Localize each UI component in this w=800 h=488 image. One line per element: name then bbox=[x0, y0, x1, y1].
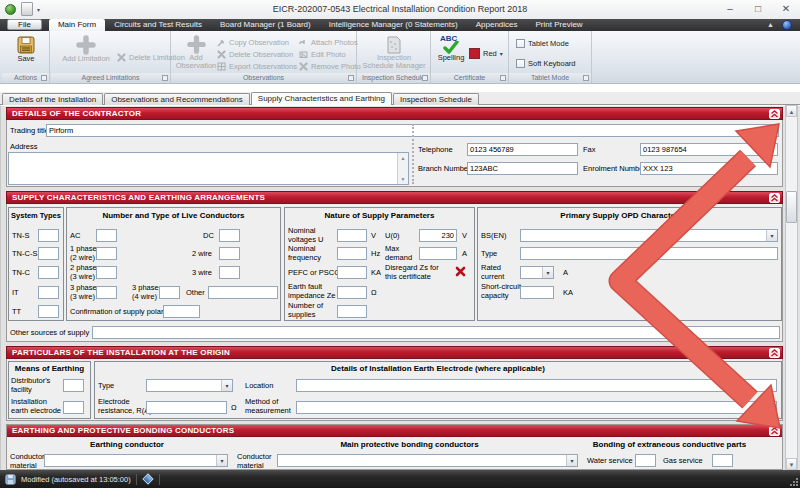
scroll-down-icon[interactable]: ▼ bbox=[401, 176, 406, 182]
opd-type-input[interactable] bbox=[520, 247, 778, 260]
it-input[interactable] bbox=[38, 286, 59, 299]
tab-circuits[interactable]: Circuits and Test Results bbox=[105, 19, 211, 31]
wire2-input[interactable] bbox=[219, 247, 240, 260]
collapse-section-icon[interactable] bbox=[769, 348, 780, 358]
tab-print-preview[interactable]: Print Preview bbox=[527, 19, 592, 31]
chevron-down-icon[interactable]: ▾ bbox=[766, 230, 777, 241]
bsen-combo[interactable]: ▾ bbox=[520, 229, 778, 242]
other-sources-input[interactable] bbox=[92, 326, 780, 339]
phase3-3wire-input[interactable] bbox=[96, 286, 117, 299]
dialog-launcher-icon[interactable] bbox=[422, 75, 428, 81]
tab-supply-characteristics[interactable]: Supply Characteristics and Earthing bbox=[251, 92, 392, 105]
red-color-button[interactable]: Red ▾ bbox=[469, 48, 503, 59]
live-conductors-heading: Number and Type of Live Conductors bbox=[66, 211, 281, 220]
resize-grip[interactable] bbox=[790, 478, 799, 487]
dialog-launcher-icon[interactable] bbox=[41, 75, 47, 81]
pefc-input[interactable] bbox=[337, 266, 367, 279]
location-input[interactable] bbox=[296, 379, 777, 392]
dc-input[interactable] bbox=[219, 229, 240, 242]
maximize-button[interactable]: □ bbox=[746, 2, 770, 16]
dialog-launcher-icon[interactable] bbox=[500, 75, 506, 81]
collapse-section-icon[interactable] bbox=[769, 426, 780, 436]
tnc-input[interactable] bbox=[38, 266, 59, 279]
branch-number-input[interactable] bbox=[467, 162, 578, 175]
save-button[interactable]: Save bbox=[4, 35, 48, 63]
fax-input[interactable] bbox=[640, 143, 778, 156]
gas-service-input[interactable] bbox=[712, 454, 733, 467]
supplies-count-input[interactable] bbox=[337, 305, 367, 318]
inspection-schedule-manager-button[interactable]: Inspection Schedule Manager bbox=[359, 36, 429, 70]
tab-main-form[interactable]: Main Form bbox=[49, 19, 105, 31]
tab-inspection-schedule[interactable]: Inspection Schedule bbox=[393, 93, 479, 105]
tablet-mode-checkbox[interactable]: Tablet Mode bbox=[516, 38, 569, 49]
scroll-up-icon[interactable]: ▲ bbox=[401, 155, 406, 161]
rated-current-combo[interactable]: ▾ bbox=[520, 266, 554, 279]
other-conductors-input[interactable] bbox=[208, 286, 278, 299]
nominal-voltages-input[interactable] bbox=[337, 229, 367, 242]
installation-electrode-input[interactable] bbox=[63, 401, 84, 414]
max-demand-input[interactable] bbox=[419, 247, 457, 260]
scrollbar-down-button[interactable]: ▼ bbox=[786, 458, 797, 470]
attach-photos-button[interactable]: Attach Photos bbox=[299, 37, 358, 48]
dialog-launcher-icon[interactable] bbox=[583, 75, 589, 81]
phase3-4wire-input[interactable] bbox=[159, 286, 180, 299]
electrode-resistance-input[interactable] bbox=[146, 401, 227, 414]
scrollbar-up-button[interactable]: ▲ bbox=[786, 105, 797, 117]
distributor-facility-input[interactable] bbox=[63, 379, 84, 392]
earthing-conductor-material-combo[interactable]: ▾ bbox=[44, 454, 228, 467]
export-observations-button[interactable]: Export Observations bbox=[217, 61, 297, 72]
chevron-down-icon[interactable]: ▾ bbox=[566, 455, 577, 466]
dialog-launcher-icon[interactable] bbox=[348, 75, 354, 81]
scrollbar-thumb[interactable] bbox=[786, 191, 797, 223]
dc-label: DC bbox=[203, 232, 214, 241]
soft-keyboard-checkbox[interactable]: Soft Keyboard bbox=[516, 58, 576, 69]
enrolment-number-input[interactable] bbox=[640, 162, 778, 175]
polarity-confirmation-input[interactable] bbox=[163, 305, 200, 318]
collapse-section-icon[interactable] bbox=[769, 193, 780, 203]
water-service-input[interactable] bbox=[635, 454, 656, 467]
tab-file[interactable]: File bbox=[7, 19, 42, 30]
trading-title-label: Trading title bbox=[10, 127, 49, 136]
tt-input[interactable] bbox=[38, 305, 59, 318]
ribbon-collapse-icon[interactable]: ▲ bbox=[767, 21, 774, 28]
tab-intelligence-manager[interactable]: Intelligence Manager (0 Statements) bbox=[320, 19, 467, 31]
tab-appendices[interactable]: Appendices bbox=[467, 19, 527, 31]
textarea-scrollbar[interactable]: ▲ ▼ bbox=[397, 153, 408, 184]
copy-observation-button[interactable]: Copy Observation bbox=[217, 37, 289, 48]
minimize-button[interactable]: – bbox=[718, 2, 742, 16]
disregard-zs-cross-icon[interactable] bbox=[455, 266, 466, 277]
add-observation-button[interactable]: Add Observation bbox=[175, 35, 217, 70]
phase1-input[interactable] bbox=[96, 247, 117, 260]
ze-input[interactable] bbox=[337, 286, 367, 299]
add-limitation-button[interactable]: Add Limitation bbox=[57, 35, 115, 63]
dialog-launcher-icon[interactable] bbox=[162, 75, 168, 81]
close-button[interactable]: ✕ bbox=[774, 2, 798, 16]
vertical-scrollbar[interactable]: ▲ ▼ bbox=[785, 105, 798, 470]
chevron-down-icon[interactable]: ▾ bbox=[542, 267, 553, 278]
electrode-type-combo[interactable]: ▾ bbox=[146, 379, 233, 392]
measurement-method-input[interactable] bbox=[296, 401, 777, 414]
tncs-input[interactable] bbox=[38, 247, 59, 260]
u0-input[interactable] bbox=[419, 229, 457, 242]
tab-observations-recommendations[interactable]: Observations and Recommendations bbox=[104, 93, 250, 105]
tab-board-manager[interactable]: Board Manager (1 Board) bbox=[211, 19, 320, 31]
remove-photo-button[interactable]: Remove Photo bbox=[299, 61, 361, 72]
spelling-button[interactable]: ABC Spelling bbox=[435, 35, 467, 62]
address-textarea[interactable]: ▲ ▼ bbox=[8, 152, 409, 185]
collapse-section-icon[interactable] bbox=[769, 109, 780, 119]
pane-splitter[interactable] bbox=[412, 124, 414, 184]
phase2-input[interactable] bbox=[96, 266, 117, 279]
delete-observation-button[interactable]: Delete Observation bbox=[217, 49, 293, 60]
telephone-input[interactable] bbox=[467, 143, 578, 156]
ac-input[interactable] bbox=[96, 229, 117, 242]
short-circuit-input[interactable] bbox=[520, 286, 554, 299]
edit-photo-button[interactable]: Edit Photo bbox=[299, 49, 346, 60]
tns-input[interactable] bbox=[38, 229, 59, 242]
chevron-down-icon[interactable]: ▾ bbox=[216, 455, 227, 466]
help-icon[interactable] bbox=[782, 20, 792, 30]
chevron-down-icon[interactable]: ▾ bbox=[221, 380, 232, 391]
tab-details-of-installation[interactable]: Details of the Installation bbox=[2, 93, 103, 105]
frequency-input[interactable] bbox=[337, 247, 367, 260]
wire3-input[interactable] bbox=[219, 266, 240, 279]
bonding-conductor-material-combo[interactable]: ▾ bbox=[277, 454, 578, 467]
